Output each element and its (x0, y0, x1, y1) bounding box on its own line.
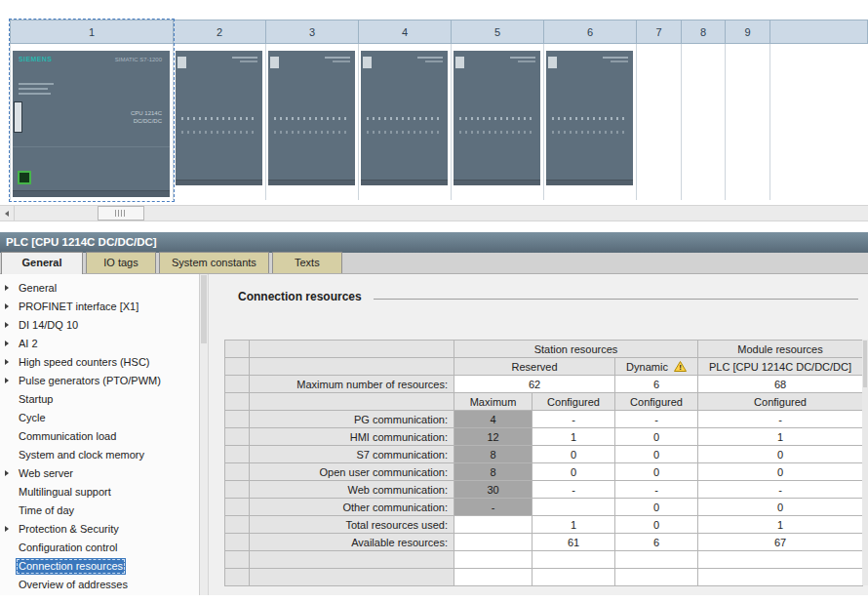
tab-system-constants[interactable]: System constants (159, 252, 269, 273)
subheader-configured-dynamic: Configured (615, 393, 698, 411)
table-subheader-row: Maximum Configured Configured Configured (225, 393, 863, 411)
slot-4[interactable] (359, 44, 452, 200)
cell-reserved: - (533, 481, 615, 499)
sm-channel-labels (367, 131, 442, 134)
slot-header-3[interactable]: 3 (266, 20, 359, 44)
nav-item-di-dq[interactable]: DI 14/DQ 10 (0, 316, 199, 335)
tab-io-tags[interactable]: IO tags (86, 252, 156, 273)
sm-connector (455, 57, 464, 68)
signal-module[interactable] (454, 51, 540, 185)
properties-main-pane: Connection resources Station resources M… (209, 274, 868, 595)
svg-text:!: ! (679, 363, 682, 372)
properties-nav: General PROFINET interface [X1] DI 14/DQ… (0, 274, 200, 595)
slot-header-7[interactable]: 7 (637, 20, 682, 44)
signal-module[interactable] (361, 51, 448, 185)
slot-2[interactable] (174, 44, 266, 200)
nav-item-protection-security[interactable]: Protection & Security (0, 520, 199, 539)
expand-arrow-icon[interactable] (5, 341, 9, 346)
nav-scrollbar-thumb[interactable] (201, 275, 207, 343)
table-row-web-communication: Web communication: 30 - - - (225, 481, 863, 499)
group-header-station-resources: Station resources (454, 341, 698, 358)
sm-channel-labels (367, 117, 442, 120)
nav-item-overview-of-addresses[interactable]: Overview of addresses (0, 576, 199, 594)
nav-item-communication-load[interactable]: Communication load (0, 427, 199, 446)
nav-item-configuration-control[interactable]: Configuration control (0, 539, 199, 557)
cpu-model-label: CPU 1214C DC/DC/DC (131, 109, 162, 125)
siemens-logo: SIEMENS (19, 56, 52, 62)
expand-arrow-icon[interactable] (5, 303, 9, 309)
nav-vertical-scrollbar[interactable] (200, 274, 209, 595)
slot-header-1[interactable]: 1 (10, 20, 174, 44)
properties-title-bar: PLC [CPU 1214C DC/DC/DC] (0, 232, 868, 253)
sm-label-line (603, 57, 628, 59)
horizontal-scrollbar-thumb[interactable] (98, 206, 144, 221)
horizontal-scrollbar[interactable] (0, 205, 868, 221)
nav-item-system-clock-memory[interactable]: System and clock memory (0, 446, 199, 464)
cpu-left-connector (14, 101, 22, 133)
sm-channel-labels (181, 117, 256, 120)
table-vertical-scrollbar[interactable] (862, 340, 868, 585)
row-label: Maximum number of resources: (250, 376, 454, 393)
expand-arrow-icon[interactable] (5, 322, 9, 328)
subheader-configured-reserved: Configured (533, 393, 615, 411)
sm-connector (363, 57, 372, 68)
slot-header-6[interactable]: 6 (544, 20, 637, 44)
slot-header-8[interactable]: 8 (682, 20, 726, 44)
slot-8-empty[interactable] (682, 44, 726, 200)
subheader-maximum: Maximum (454, 393, 533, 411)
expand-arrow-icon[interactable] (5, 526, 9, 532)
slot-5[interactable] (452, 44, 544, 200)
scroll-left-button[interactable] (0, 206, 15, 221)
nav-item-multilingual-support[interactable]: Multilingual support (0, 483, 199, 502)
nav-item-pulse-generators[interactable]: Pulse generators (PTO/PWM) (0, 372, 199, 390)
sm-label-line (425, 60, 443, 62)
nav-item-general[interactable]: General (0, 279, 199, 298)
nav-item-startup[interactable]: Startup (0, 390, 199, 409)
nav-item-profinet-interface[interactable]: PROFINET interface [X1] (0, 298, 199, 316)
slot-header-5[interactable]: 5 (452, 20, 544, 44)
slot-header-2[interactable]: 2 (174, 20, 266, 44)
sm-channel-labels (459, 131, 534, 134)
row-label: Open user communication: (250, 463, 454, 481)
slot-7-empty[interactable] (637, 44, 682, 200)
expand-arrow-icon[interactable] (5, 359, 9, 365)
sm-terminal-strip (454, 180, 540, 185)
cell-reserved: 1 (533, 428, 615, 446)
nav-item-connection-resources[interactable]: Connection resources (0, 557, 199, 576)
cell-dynamic: 0 (615, 516, 698, 534)
table-empty-row (225, 551, 863, 569)
signal-module[interactable] (268, 51, 355, 185)
nav-item-cycle[interactable]: Cycle (0, 409, 199, 427)
signal-module[interactable] (176, 51, 262, 185)
nav-item-hsc[interactable]: High speed counters (HSC) (0, 353, 199, 372)
cell-module: 67 (698, 534, 863, 551)
slot-6[interactable] (544, 44, 637, 200)
slot-header-9[interactable]: 9 (726, 20, 770, 44)
sm-terminal-strip (268, 180, 355, 185)
cell-reserved: 1 (533, 516, 615, 534)
cell-max: - (454, 499, 533, 516)
row-label: PG communication: (250, 411, 454, 428)
slot-header-4[interactable]: 4 (359, 20, 452, 44)
sm-connector (548, 57, 557, 68)
expand-arrow-icon[interactable] (5, 470, 9, 476)
cpu-module[interactable]: SIEMENS SIMATIC S7-1200 CPU 1214C DC/DC/… (13, 51, 170, 197)
cpu-divider-line (13, 146, 170, 147)
signal-module[interactable] (546, 51, 633, 185)
slot-3[interactable] (266, 44, 359, 200)
max-dynamic-value: 6 (615, 376, 698, 393)
cell-module: 0 (698, 463, 863, 481)
table-scrollbar-thumb[interactable] (863, 341, 867, 387)
max-station-value: 62 (454, 376, 615, 393)
nav-item-ai2[interactable]: AI 2 (0, 335, 199, 353)
tab-general[interactable]: General (1, 252, 83, 274)
slot-1[interactable]: SIEMENS SIMATIC S7-1200 CPU 1214C DC/DC/… (10, 44, 174, 200)
sm-label-line (333, 60, 350, 62)
tab-texts[interactable]: Texts (272, 252, 342, 273)
expand-arrow-icon[interactable] (5, 378, 9, 383)
expand-arrow-icon[interactable] (5, 285, 9, 291)
row-label: Web communication: (250, 481, 454, 499)
slot-9-empty[interactable] (726, 44, 770, 200)
nav-item-web-server[interactable]: Web server (0, 464, 199, 483)
nav-item-time-of-day[interactable]: Time of day (0, 502, 199, 520)
